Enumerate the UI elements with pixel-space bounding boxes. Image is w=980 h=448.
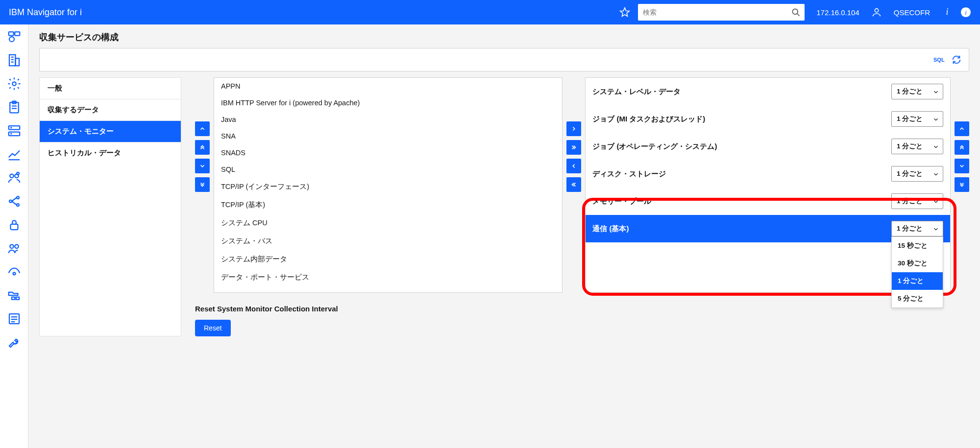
list-item[interactable]: APPN (214, 78, 562, 94)
right-move-bottom-button[interactable] (955, 177, 969, 192)
side-tab[interactable]: システム・モニター (40, 121, 181, 142)
rail-wrench-icon[interactable] (7, 335, 22, 350)
list-item[interactable]: TCP/IP (インターフェース) (214, 178, 562, 196)
refresh-icon[interactable] (951, 54, 962, 65)
rail-lock-icon[interactable] (7, 217, 22, 232)
list-item[interactable]: Java (214, 111, 562, 128)
category-row[interactable]: ジョブ (オペレーティング・システム)1 分ごと (586, 133, 950, 160)
selected-categories-panel: システム・レベル・データ1 分ごとジョブ (MI タスクおよびスレッド)1 分ご… (585, 77, 951, 293)
info-icon[interactable]: i (942, 7, 953, 18)
user-icon[interactable] (871, 7, 882, 18)
dropdown-option[interactable]: 30 秒ごと (892, 255, 943, 272)
move-down-button[interactable] (195, 159, 210, 173)
chevron-down-icon (932, 198, 939, 205)
reset-button[interactable]: Reset (195, 320, 231, 336)
dropdown-option[interactable]: 15 秒ごと (892, 237, 943, 255)
dropdown-value: 1 分ごと (897, 169, 923, 178)
category-label: メモリー・プール (592, 197, 651, 206)
category-label: ジョブ (オペレーティング・システム) (592, 142, 717, 151)
dropdown-value: 1 分ごと (897, 142, 923, 151)
content-area: 収集サービスの構成 SQL 一般収集するデータシステム・モニターヒストリカル・デ… (28, 24, 980, 448)
rail-building-icon[interactable] (7, 53, 22, 68)
svg-point-34 (15, 245, 19, 249)
category-label: ジョブ (MI タスクおよびスレッド) (592, 115, 705, 124)
category-row[interactable]: ディスク・ストレージ1 分ごと (586, 160, 950, 188)
svg-point-3 (875, 9, 878, 12)
svg-point-33 (10, 245, 14, 249)
list-item[interactable]: システム CPU (214, 214, 562, 232)
sql-icon[interactable]: SQL (933, 54, 944, 65)
list-item[interactable]: データ・ポート・サービス (214, 268, 562, 286)
interval-dropdown[interactable]: 1 分ごと (891, 166, 943, 182)
search-icon[interactable] (791, 7, 801, 17)
chevron-down-icon (932, 143, 939, 150)
svg-line-30 (12, 198, 17, 202)
favorite-icon[interactable] (619, 7, 630, 18)
search-input-wrap[interactable] (638, 4, 805, 21)
remove-all-button[interactable] (566, 177, 581, 192)
rail-users-icon[interactable] (7, 241, 22, 256)
svg-rect-9 (9, 55, 16, 66)
rail-dashboard-icon[interactable] (7, 29, 22, 44)
rail-chart-icon[interactable] (7, 147, 22, 162)
svg-rect-6 (8, 32, 13, 36)
search-input[interactable] (643, 8, 787, 16)
list-item[interactable]: IBM HTTP Server for i (powered by Apache… (214, 94, 562, 111)
list-item[interactable]: SNA (214, 128, 562, 144)
left-rail (0, 24, 28, 448)
add-button[interactable] (566, 121, 581, 136)
rail-monitor-icon[interactable] (7, 264, 22, 279)
chevron-down-icon (932, 226, 939, 233)
list-item[interactable]: SNADS (214, 144, 562, 161)
page-title: 収集サービスの構成 (39, 31, 969, 43)
available-categories-list[interactable]: APPNIBM HTTP Server for i (powered by Ap… (214, 77, 563, 293)
rail-users-gear-icon[interactable] (7, 170, 22, 185)
move-top-button[interactable] (195, 140, 210, 155)
rail-folder-tree-icon[interactable] (7, 288, 22, 303)
interval-dropdown[interactable]: 1 分ごと (891, 139, 943, 154)
rail-gear-icon[interactable] (7, 76, 22, 91)
svg-point-8 (9, 37, 14, 42)
add-all-button[interactable] (566, 140, 581, 155)
category-row[interactable]: システム・レベル・データ1 分ごと (586, 78, 950, 105)
list-item[interactable]: システム内部データ (214, 250, 562, 268)
dropdown-value: 1 分ごと (897, 224, 923, 233)
list-item[interactable]: システム・バス (214, 232, 562, 250)
category-row[interactable]: メモリー・プール1 分ごと (586, 188, 950, 215)
rail-network-icon[interactable] (7, 194, 22, 209)
move-bottom-button[interactable] (195, 177, 210, 192)
svg-line-31 (12, 201, 17, 205)
left-shuttle-buttons (195, 77, 210, 293)
dropdown-option[interactable]: 1 分ごと (892, 272, 943, 290)
interval-dropdown[interactable]: 1 分ごと15 秒ごと30 秒ごと1 分ごと5 分ごと (891, 221, 943, 236)
remove-button[interactable] (566, 159, 581, 173)
list-item[interactable]: TCP/IP (基本) (214, 196, 562, 214)
category-row[interactable]: ジョブ (MI タスクおよびスレッド)1 分ごと (586, 105, 950, 133)
ibm-logo-icon: i (960, 7, 971, 18)
svg-rect-7 (15, 32, 20, 36)
svg-point-29 (17, 204, 19, 206)
right-move-up-button[interactable] (955, 121, 969, 136)
dropdown-option[interactable]: 5 分ごと (892, 290, 943, 307)
right-move-top-button[interactable] (955, 140, 969, 155)
list-item[interactable]: SQL (214, 161, 562, 178)
reset-section-title: Reset System Monitor Collection Interval (195, 305, 969, 313)
interval-dropdown[interactable]: 1 分ごと (891, 193, 943, 209)
side-tab[interactable]: 一般 (40, 78, 181, 99)
selected-categories-list[interactable]: システム・レベル・データ1 分ごとジョブ (MI タスクおよびスレッド)1 分ご… (585, 77, 951, 293)
interval-dropdown[interactable]: 1 分ごと (891, 111, 943, 127)
rail-list-icon[interactable] (7, 311, 22, 326)
move-up-button[interactable] (195, 121, 210, 136)
category-row[interactable]: 通信 (基本)1 分ごと15 秒ごと30 秒ごと1 分ごと5 分ごと (586, 215, 950, 242)
interval-dropdown[interactable]: 1 分ごと (891, 84, 943, 99)
ip-address[interactable]: 172.16.0.104 (812, 8, 863, 17)
svg-rect-36 (12, 297, 15, 300)
rail-clipboard-icon[interactable] (7, 100, 22, 115)
right-move-down-button[interactable] (955, 159, 969, 173)
list-item[interactable]: ネットワーク・サーバー (214, 286, 562, 293)
right-shuttle-buttons (955, 77, 969, 293)
rail-server-icon[interactable] (7, 123, 22, 138)
username[interactable]: QSECOFR (890, 8, 934, 17)
side-tab[interactable]: 収集するデータ (40, 99, 181, 121)
side-tab[interactable]: ヒストリカル・データ (40, 142, 181, 164)
